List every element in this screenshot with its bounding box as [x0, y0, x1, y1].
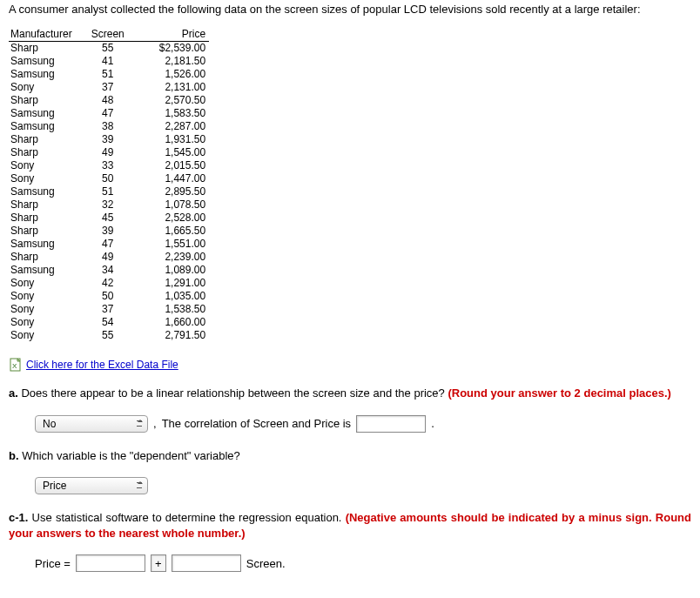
- table-row: Sharp55$2,539.00: [9, 41, 209, 55]
- cell-manufacturer: Samsung: [9, 264, 83, 277]
- cell-price: 1,035.00: [133, 290, 209, 303]
- question-c1: c-1. Use statistical software to determi…: [9, 510, 691, 541]
- correlation-input[interactable]: [356, 415, 426, 433]
- cell-manufacturer: Sony: [9, 303, 83, 316]
- question-a-text: Does there appear to be a linear relatio…: [21, 386, 448, 400]
- cell-manufacturer: Sony: [9, 172, 83, 185]
- table-row: Sony552,791.50: [9, 329, 209, 342]
- question-a-label: a.: [9, 386, 18, 400]
- col-header-price: Price: [133, 28, 209, 42]
- equation-label: Price =: [35, 557, 71, 570]
- excel-file-icon: X: [9, 358, 23, 372]
- cell-manufacturer: Sony: [9, 159, 83, 172]
- data-table: Manufacturer Screen Price Sharp55$2,539.…: [9, 28, 691, 342]
- table-row: Sharp391,665.50: [9, 225, 209, 238]
- cell-manufacturer: Sharp: [9, 225, 83, 238]
- linear-relationship-select[interactable]: No: [35, 415, 148, 433]
- cell-screen: 39: [83, 133, 133, 146]
- svg-text:X: X: [12, 362, 17, 370]
- cell-manufacturer: Sharp: [9, 133, 83, 146]
- table-row: Sony421,291.00: [9, 277, 209, 290]
- cell-screen: 47: [83, 238, 133, 251]
- cell-price: 2,181.50: [133, 55, 209, 68]
- intro-text: A consumer analyst collected the followi…: [9, 0, 691, 17]
- dependent-variable-select[interactable]: Price: [35, 477, 148, 494]
- table-row: Sharp491,545.00: [9, 146, 209, 159]
- cell-price: 2,239.00: [133, 251, 209, 264]
- cell-screen: 54: [83, 316, 133, 329]
- cell-screen: 33: [83, 159, 133, 172]
- table-row: Samsung341,089.00: [9, 264, 209, 277]
- table-row: Sony371,538.50: [9, 303, 209, 316]
- excel-data-link[interactable]: Click here for the Excel Data File: [26, 359, 178, 371]
- table-row: Samsung512,895.50: [9, 185, 209, 198]
- question-a: a. Does there appear to be a linear rela…: [9, 386, 691, 401]
- cell-screen: 41: [83, 55, 133, 68]
- table-row: Sony332,015.50: [9, 159, 209, 172]
- table-row: Samsung471,551.00: [9, 238, 209, 251]
- cell-price: 1,078.50: [133, 198, 209, 212]
- question-c1-label: c-1.: [9, 511, 28, 524]
- table-row: Samsung471,583.50: [9, 107, 209, 120]
- intercept-input[interactable]: [76, 554, 145, 572]
- answer-a-row: No , The correlation of Screen and Price…: [35, 415, 691, 433]
- cell-price: 2,131.00: [133, 81, 209, 94]
- table-row: Sharp492,239.00: [9, 251, 209, 264]
- cell-price: 1,526.00: [133, 68, 209, 81]
- cell-screen: 51: [83, 185, 133, 198]
- cell-manufacturer: Sony: [9, 316, 83, 329]
- screen-unit-label: Screen.: [246, 557, 286, 570]
- cell-price: 1,551.00: [133, 238, 209, 251]
- cell-manufacturer: Sharp: [9, 41, 83, 55]
- cell-screen: 49: [83, 146, 133, 159]
- question-b-text: Which variable is the "dependent" variab…: [22, 449, 240, 462]
- cell-screen: 49: [83, 251, 133, 264]
- cell-screen: 51: [83, 68, 133, 81]
- cell-screen: 38: [83, 120, 133, 133]
- col-header-manufacturer: Manufacturer: [9, 28, 83, 42]
- cell-price: 1,089.00: [133, 264, 209, 277]
- cell-price: $2,539.00: [133, 41, 209, 55]
- cell-screen: 37: [83, 81, 133, 94]
- cell-price: 2,015.50: [133, 159, 209, 172]
- cell-manufacturer: Samsung: [9, 185, 83, 198]
- cell-price: 2,570.50: [133, 94, 209, 107]
- cell-manufacturer: Sharp: [9, 212, 83, 225]
- cell-price: 2,895.50: [133, 185, 209, 198]
- cell-manufacturer: Sony: [9, 81, 83, 94]
- cell-screen: 48: [83, 94, 133, 107]
- cell-screen: 37: [83, 303, 133, 316]
- cell-screen: 55: [83, 329, 133, 342]
- question-b: b. Which variable is the "dependent" var…: [9, 448, 691, 464]
- cell-screen: 50: [83, 290, 133, 303]
- cell-price: 2,791.50: [133, 329, 209, 342]
- cell-manufacturer: Samsung: [9, 238, 83, 251]
- cell-price: 2,287.00: [133, 120, 209, 133]
- cell-price: 2,528.00: [133, 212, 209, 225]
- cell-price: 1,665.50: [133, 225, 209, 238]
- cell-price: 1,931.50: [133, 133, 209, 146]
- cell-manufacturer: Sharp: [9, 198, 83, 212]
- cell-price: 1,545.00: [133, 146, 209, 159]
- cell-manufacturer: Sharp: [9, 251, 83, 264]
- comma-text: ,: [153, 417, 157, 430]
- cell-screen: 45: [83, 212, 133, 225]
- cell-manufacturer: Samsung: [9, 107, 83, 120]
- table-row: Sony372,131.00: [9, 81, 209, 94]
- cell-manufacturer: Samsung: [9, 68, 83, 81]
- correlation-label: The correlation of Screen and Price is: [162, 417, 352, 430]
- table-row: Samsung412,181.50: [9, 55, 209, 68]
- table-row: Sharp482,570.50: [9, 94, 209, 107]
- table-row: Sharp452,528.00: [9, 212, 209, 225]
- answer-c1-row: Price = + Screen.: [35, 554, 691, 572]
- table-row: Samsung382,287.00: [9, 120, 209, 133]
- table-row: Sony501,035.00: [9, 290, 209, 303]
- cell-screen: 47: [83, 107, 133, 120]
- cell-manufacturer: Sharp: [9, 94, 83, 107]
- cell-manufacturer: Sharp: [9, 146, 83, 159]
- cell-price: 1,660.00: [133, 316, 209, 329]
- slope-input[interactable]: [172, 554, 241, 572]
- cell-manufacturer: Samsung: [9, 120, 83, 133]
- col-header-screen: Screen: [83, 28, 133, 42]
- cell-manufacturer: Samsung: [9, 55, 83, 68]
